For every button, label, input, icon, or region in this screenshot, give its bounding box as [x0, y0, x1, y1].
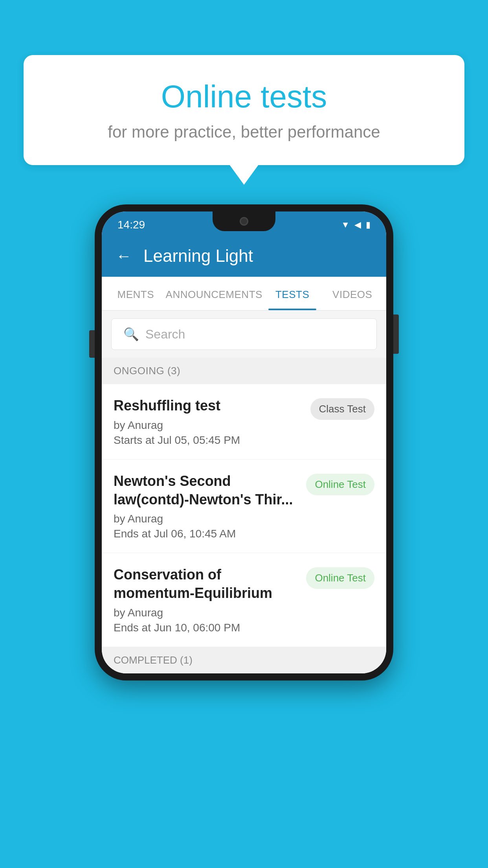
test-info-3: Conservation of momentum-Equilibrium by …	[114, 566, 306, 634]
phone-notch	[213, 211, 275, 231]
test-info-1: Reshuffling test by Anurag Starts at Jul…	[114, 397, 310, 447]
speech-bubble-subtitle: for more practice, better performance	[55, 123, 433, 142]
status-time: 14:29	[117, 219, 145, 231]
search-container: 🔍 Search	[102, 311, 386, 358]
ongoing-section-header: ONGOING (3)	[102, 358, 386, 384]
test-list: Reshuffling test by Anurag Starts at Jul…	[102, 384, 386, 647]
signal-icon: ◀	[354, 220, 361, 230]
test-name-3: Conservation of momentum-Equilibrium	[114, 566, 298, 603]
phone-wrapper: 14:29 ▼ ◀ ▮ ← Learning Light MENTS	[95, 204, 393, 680]
search-input[interactable]: Search	[145, 327, 185, 342]
test-badge-2: Online Test	[306, 474, 374, 495]
test-author-1: by Anurag	[114, 419, 303, 432]
test-time-2: Ends at Jul 06, 10:45 AM	[114, 528, 298, 540]
phone-body: 14:29 ▼ ◀ ▮ ← Learning Light MENTS	[95, 204, 393, 680]
tab-bar: MENTS ANNOUNCEMENTS TESTS VIDEOS	[102, 277, 386, 311]
tab-assignments[interactable]: MENTS	[106, 277, 166, 310]
completed-section-header: COMPLETED (1)	[102, 647, 386, 673]
search-bar[interactable]: 🔍 Search	[111, 318, 377, 350]
test-author-3: by Anurag	[114, 607, 298, 619]
app-title: Learning Light	[143, 246, 253, 266]
camera-lens	[240, 217, 248, 226]
speech-bubble-container: Online tests for more practice, better p…	[24, 55, 464, 165]
battery-icon: ▮	[366, 220, 371, 230]
phone-screen: 14:29 ▼ ◀ ▮ ← Learning Light MENTS	[102, 211, 386, 673]
test-name-1: Reshuffling test	[114, 397, 303, 415]
test-item-2[interactable]: Newton's Second law(contd)-Newton's Thir…	[102, 460, 386, 554]
test-name-2: Newton's Second law(contd)-Newton's Thir…	[114, 472, 298, 509]
tab-tests[interactable]: TESTS	[262, 277, 323, 310]
test-author-2: by Anurag	[114, 513, 298, 525]
test-info-2: Newton's Second law(contd)-Newton's Thir…	[114, 472, 306, 541]
speech-bubble: Online tests for more practice, better p…	[24, 55, 464, 165]
app-header: ← Learning Light	[102, 235, 386, 277]
test-item-3[interactable]: Conservation of momentum-Equilibrium by …	[102, 553, 386, 647]
search-icon: 🔍	[123, 327, 139, 342]
status-icons: ▼ ◀ ▮	[341, 220, 371, 230]
test-badge-3: Online Test	[306, 567, 374, 589]
test-time-1: Starts at Jul 05, 05:45 PM	[114, 434, 303, 447]
back-button[interactable]: ←	[116, 247, 132, 265]
speech-bubble-title: Online tests	[55, 79, 433, 115]
test-time-3: Ends at Jun 10, 06:00 PM	[114, 622, 298, 634]
test-item-1[interactable]: Reshuffling test by Anurag Starts at Jul…	[102, 384, 386, 460]
tab-announcements[interactable]: ANNOUNCEMENTS	[166, 277, 262, 310]
wifi-icon: ▼	[341, 220, 350, 230]
tab-videos[interactable]: VIDEOS	[322, 277, 382, 310]
test-badge-1: Class Test	[310, 398, 374, 420]
